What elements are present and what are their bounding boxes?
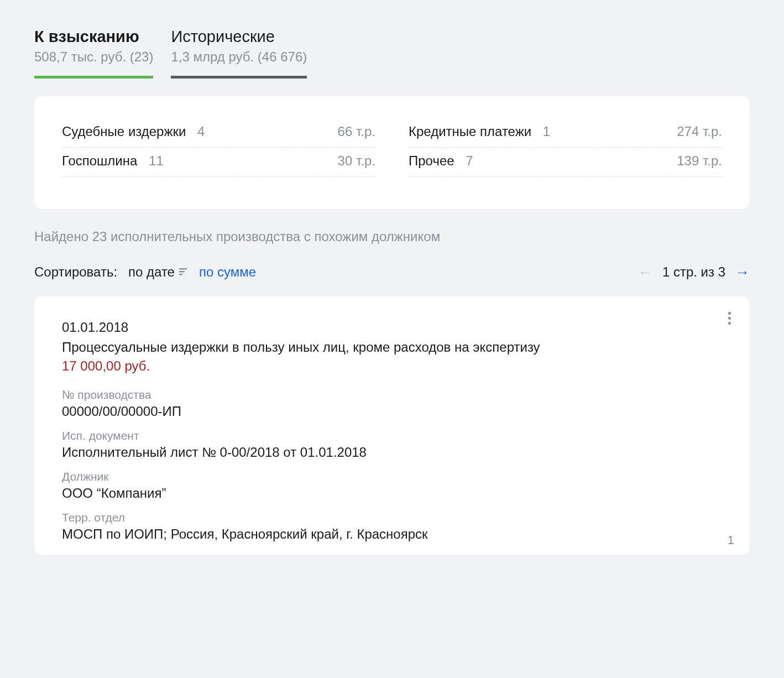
tab-active-claims[interactable]: К взысканию 508,7 тыс. руб. (23) xyxy=(34,28,153,79)
summary-card: Судебные издержки 4 66 т.р. Госпошлина 1… xyxy=(34,96,750,209)
department-value: МОСП по ИОИП; Россия, Красноярский край,… xyxy=(62,526,722,542)
summary-count: 4 xyxy=(197,124,205,139)
pager: ← 1 стр. из 3 → xyxy=(638,264,750,280)
summary-count: 11 xyxy=(149,153,164,168)
record-card: 01.01.2018 Процессуальные издержки в пол… xyxy=(34,296,750,555)
record-amount: 17 000,00 руб. xyxy=(62,358,722,374)
pager-next-icon[interactable]: → xyxy=(735,265,750,279)
pager-prev-icon[interactable]: ← xyxy=(638,265,652,279)
summary-amount: 30 т.р. xyxy=(338,153,375,169)
tabs: К взысканию 508,7 тыс. руб. (23) Историч… xyxy=(34,28,750,79)
summary-row[interactable]: Кредитные платежи 1 274 т.р. xyxy=(409,124,722,148)
summary-label-group: Судебные издержки 4 xyxy=(62,124,205,139)
sort-label: Сортировать: xyxy=(34,264,117,280)
summary-label-group: Госпошлина 11 xyxy=(62,153,164,169)
sort-option-label: по сумме xyxy=(199,264,256,280)
card-index: 1 xyxy=(728,533,734,547)
debtor-value: ООО “Компания” xyxy=(62,486,722,501)
summary-row[interactable]: Госпошлина 11 30 т.р. xyxy=(62,148,375,177)
summary-row[interactable]: Судебные издержки 4 66 т.р. xyxy=(62,124,375,148)
sort-desc-icon xyxy=(178,264,188,280)
case-number-label: № производства xyxy=(62,388,722,401)
summary-label-group: Прочее 7 xyxy=(409,153,473,169)
document-label: Исп. документ xyxy=(62,429,722,442)
record-title: Процессуальные издержки в пользу иных ли… xyxy=(62,340,722,355)
summary-label: Кредитные платежи xyxy=(409,124,531,139)
sort-controls: Сортировать: по дате по сумме xyxy=(34,264,256,280)
debtor-label: Должник xyxy=(62,470,722,483)
tab-subtitle: 1,3 млрд руб. (46 676) xyxy=(171,49,307,65)
pager-text: 1 стр. из 3 xyxy=(662,264,725,280)
summary-row[interactable]: Прочее 7 139 т.р. xyxy=(409,148,722,177)
summary-label: Судебные издержки xyxy=(62,124,186,139)
department-label: Терр. отдел xyxy=(62,511,722,524)
svg-rect-0 xyxy=(179,268,187,269)
found-text: Найдено 23 исполнительных производства с… xyxy=(34,229,750,244)
case-number-value: 00000/00/00000-ИП xyxy=(62,404,722,419)
document-value: Исполнительный лист № 0-00/2018 от 01.01… xyxy=(62,445,722,460)
summary-count: 1 xyxy=(543,124,550,139)
summary-amount: 274 т.р. xyxy=(677,124,722,139)
more-menu-icon[interactable] xyxy=(725,309,734,328)
summary-amount: 66 т.р. xyxy=(338,124,375,139)
summary-count: 7 xyxy=(466,153,473,168)
summary-label-group: Кредитные платежи 1 xyxy=(409,124,550,139)
summary-label: Госпошлина xyxy=(62,153,137,168)
svg-rect-1 xyxy=(179,271,185,272)
sort-by-date[interactable]: по дате xyxy=(128,264,188,280)
sort-option-label: по дате xyxy=(128,264,175,280)
tab-historical[interactable]: Исторические 1,3 млрд руб. (46 676) xyxy=(171,28,307,79)
sort-row: Сортировать: по дате по сумме ← 1 стр. и… xyxy=(34,264,750,280)
summary-column-left: Судебные издержки 4 66 т.р. Госпошлина 1… xyxy=(62,124,375,177)
tab-title: Исторические xyxy=(171,28,307,46)
tab-title: К взысканию xyxy=(34,28,153,46)
tab-subtitle: 508,7 тыс. руб. (23) xyxy=(34,49,153,65)
summary-label: Прочее xyxy=(409,153,454,168)
summary-amount: 139 т.р. xyxy=(677,153,722,169)
svg-rect-2 xyxy=(179,274,182,275)
sort-by-sum[interactable]: по сумме xyxy=(199,264,256,280)
record-date: 01.01.2018 xyxy=(62,320,722,335)
summary-column-right: Кредитные платежи 1 274 т.р. Прочее 7 13… xyxy=(409,124,722,177)
